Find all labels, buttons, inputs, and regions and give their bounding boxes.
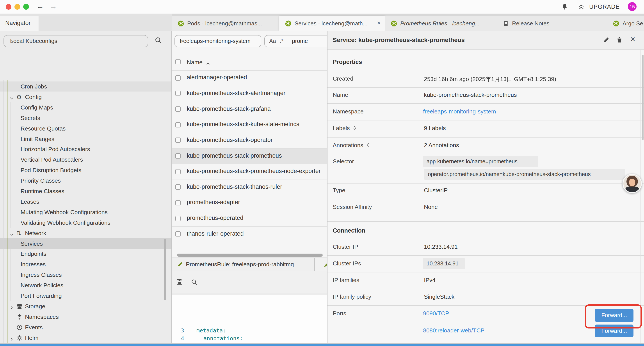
- close-button[interactable]: [6, 4, 11, 9]
- table-row-kube-prometheus-stack-operator[interactable]: kube-prometheus-stack-operator: [172, 133, 327, 149]
- sidebar-item-endpoints[interactable]: Endpoints: [0, 249, 172, 259]
- table-row-kube-prometheus-stack-prometheus-node-exporter[interactable]: kube-prometheus-stack-prometheus-node-ex…: [172, 164, 327, 180]
- editor-tab[interactable]: PrometheusRule: freeleaps-prod-rabbitmq: [172, 258, 314, 271]
- editor-search-button[interactable]: [191, 279, 198, 286]
- row-checkbox[interactable]: [175, 106, 180, 112]
- row-checkbox[interactable]: [175, 216, 180, 221]
- horizontal-scrollbar[interactable]: [177, 254, 323, 257]
- sidebar-item-label: Helm: [25, 335, 38, 341]
- chevron-right-icon[interactable]: [9, 335, 14, 340]
- row-checkbox[interactable]: [175, 169, 180, 174]
- row-checkbox[interactable]: [175, 185, 180, 190]
- table-row-kube-prometheus-stack-thanos-ruler[interactable]: kube-prometheus-stack-thanos-ruler: [172, 180, 327, 196]
- row-checkbox[interactable]: [175, 138, 180, 143]
- chevron-right-icon[interactable]: [9, 304, 14, 309]
- search-query[interactable]: prome: [292, 37, 308, 44]
- port-link-9090-tcp[interactable]: 9090/TCP: [423, 310, 449, 317]
- sidebar-item-horizontal-pod-autoscalers[interactable]: Horizontal Pod Autoscalers: [0, 144, 172, 155]
- zoom-button[interactable]: [23, 4, 29, 9]
- detail-scrollbar[interactable]: [642, 55, 643, 140]
- port-link-8080-reloader-web-tcp[interactable]: 8080:reloader-web/TCP: [423, 327, 484, 334]
- tab-close-icon[interactable]: ×: [377, 19, 380, 26]
- sidebar-item-limit-ranges[interactable]: Limit Ranges: [0, 134, 172, 144]
- sidebar-search-icon[interactable]: [154, 36, 162, 44]
- upgrade-icon[interactable]: [577, 3, 585, 10]
- editor-tab-secondary[interactable]: [314, 258, 327, 271]
- save-button[interactable]: [176, 278, 183, 286]
- tab-release-notes[interactable]: Release Notes: [497, 16, 608, 31]
- forward-button[interactable]: →: [50, 3, 57, 10]
- tab-argo-se[interactable]: Argo Se: [607, 16, 644, 31]
- sidebar-item-events[interactable]: Events: [0, 322, 172, 333]
- delete-trash-button[interactable]: [616, 36, 623, 43]
- back-button[interactable]: ←: [36, 3, 44, 10]
- sidebar-item-mutating-webhook-configurations[interactable]: Mutating Webhook Configurations: [0, 207, 172, 217]
- table-row-alertmanager-operated[interactable]: alertmanager-operated: [172, 70, 327, 86]
- kubeconfig-select[interactable]: Local Kubeconfigs: [4, 35, 148, 47]
- sidebar-item-config[interactable]: ⚙Config: [0, 92, 172, 102]
- tab-prometheus-rules-icecheng[interactable]: Prometheus Rules - icecheng...: [385, 16, 497, 31]
- sidebar-item-storage[interactable]: Storage: [0, 301, 172, 312]
- edit-pencil-button[interactable]: [603, 36, 610, 43]
- tab-services-icecheng-math[interactable]: Services - icecheng@math...×: [279, 16, 385, 31]
- sort-updown-icon[interactable]: [366, 142, 371, 147]
- selector-chip: app.kubernetes.io/name=prometheus: [422, 156, 538, 167]
- navigator-tab[interactable]: Navigator: [0, 16, 39, 31]
- case-sensitive-toggle[interactable]: Aa: [269, 37, 276, 44]
- chevron-down-icon[interactable]: [9, 95, 14, 99]
- sidebar-item-ingress-classes[interactable]: Ingress Classes: [0, 270, 172, 280]
- user-avatar[interactable]: [622, 174, 642, 193]
- sidebar-item-network-policies[interactable]: Network Policies: [0, 280, 172, 291]
- sidebar-item-label: Limit Ranges: [20, 136, 54, 142]
- row-checkbox[interactable]: [175, 91, 180, 96]
- sidebar-item-services[interactable]: Services: [0, 238, 172, 249]
- sidebar-item-port-forwarding[interactable]: Port Forwarding: [0, 291, 172, 301]
- sidebar-item-namespaces[interactable]: Namespaces: [0, 312, 172, 322]
- sort-updown-icon[interactable]: [352, 125, 357, 131]
- row-checkbox[interactable]: [175, 75, 180, 80]
- notification-badge[interactable]: 15: [628, 2, 636, 11]
- namespace-link[interactable]: freeleaps-monitoring-system: [423, 108, 496, 115]
- column-name-header[interactable]: Name: [187, 59, 202, 66]
- table-row-kube-prometheus-stack-grafana[interactable]: kube-prometheus-stack-grafana: [172, 101, 327, 117]
- sort-ascending-icon[interactable]: [206, 60, 210, 65]
- sidebar-scrollbar[interactable]: [164, 239, 166, 300]
- sidebar-item-leases[interactable]: Leases: [0, 196, 172, 207]
- sidebar-item-label: Namespaces: [25, 314, 59, 320]
- close-icon[interactable]: ×: [630, 34, 635, 44]
- chevron-down-icon[interactable]: [9, 231, 14, 235]
- sidebar-item-config-maps[interactable]: Config Maps: [0, 102, 172, 113]
- regex-toggle[interactable]: .*: [280, 37, 284, 44]
- tab-pods-icecheng-mathmas[interactable]: Pods - icecheng@mathmas...: [172, 16, 280, 31]
- select-all-checkbox[interactable]: [175, 59, 180, 64]
- row-checkbox[interactable]: [175, 232, 180, 237]
- table-row-kube-prometheus-stack-alertmanager[interactable]: kube-prometheus-stack-alertmanager: [172, 86, 327, 102]
- namespace-select[interactable]: freeleaps-monitoring-system: [174, 35, 261, 47]
- sidebar-item-priority-classes[interactable]: Priority Classes: [0, 175, 172, 186]
- row-checkbox[interactable]: [175, 200, 180, 205]
- table-row-prometheus-adapter[interactable]: prometheus-adapter: [172, 195, 327, 211]
- sidebar-item-pod-disruption-budgets[interactable]: Pod Disruption Budgets: [0, 165, 172, 175]
- yaml-editor[interactable]: 3metadata:4annotations:5kubectl.kubernet…: [172, 293, 327, 343]
- code-line: annotations:: [204, 335, 243, 342]
- search-input[interactable]: Aa .* prome: [264, 35, 327, 47]
- sidebar-item-cron-jobs[interactable]: Cron Jobs: [0, 81, 172, 92]
- sidebar-item-resource-quotas[interactable]: Resource Quotas: [0, 123, 172, 134]
- table-row-prometheus-operated[interactable]: prometheus-operated: [172, 211, 327, 227]
- sidebar-item-validating-webhook-configurations[interactable]: Validating Webhook Configurations: [0, 217, 172, 228]
- row-checkbox[interactable]: [175, 153, 180, 159]
- table-row-kube-prometheus-stack-prometheus[interactable]: kube-prometheus-stack-prometheus: [172, 148, 327, 164]
- table-row-thanos-ruler-operated[interactable]: thanos-ruler-operated: [172, 226, 327, 242]
- notifications-bell-icon[interactable]: [561, 3, 568, 10]
- sidebar-item-runtime-classes[interactable]: Runtime Classes: [0, 186, 172, 196]
- sidebar-item-vertical-pod-autoscalers[interactable]: Vertical Pod Autoscalers: [0, 155, 172, 165]
- property-label-cluster-ips: Cluster IPs: [333, 260, 361, 267]
- sidebar-item-secrets[interactable]: Secrets: [0, 113, 172, 123]
- sidebar-item-helm[interactable]: Helm: [0, 333, 172, 343]
- table-row-kube-prometheus-stack-kube-state-metrics[interactable]: kube-prometheus-stack-kube-state-metrics: [172, 117, 327, 133]
- sidebar-item-ingresses[interactable]: Ingresses: [0, 259, 172, 270]
- upgrade-button[interactable]: UPGRADE: [589, 3, 620, 10]
- sidebar-item-network[interactable]: ⇅Network: [0, 228, 172, 238]
- row-checkbox[interactable]: [175, 122, 180, 127]
- minimize-button[interactable]: [14, 4, 20, 9]
